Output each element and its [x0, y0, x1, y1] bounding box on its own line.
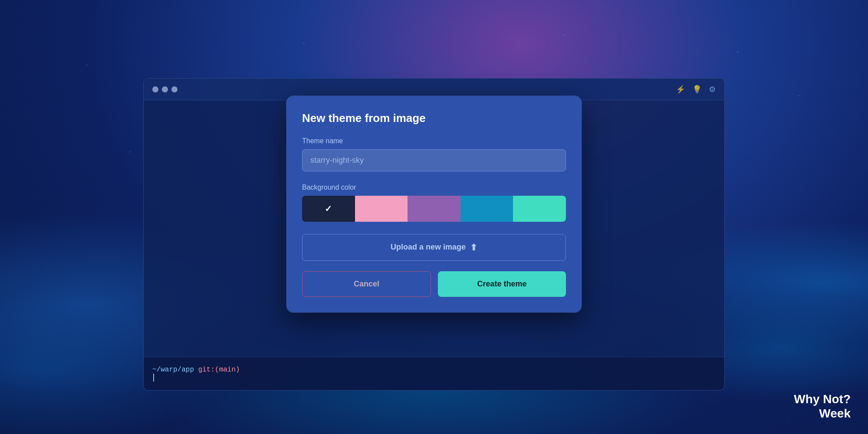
color-swatches: ✓ — [302, 196, 566, 222]
swatch-purple[interactable] — [408, 196, 460, 222]
swatch-dark-navy[interactable]: ✓ — [302, 196, 355, 222]
modal-actions: Cancel Create theme — [302, 271, 566, 297]
background-color-label: Background color — [302, 184, 566, 191]
cancel-button[interactable]: Cancel — [302, 271, 431, 297]
modal-overlay: New theme from image Theme name Backgrou… — [0, 0, 868, 434]
watermark-line1: Why Not? — [794, 392, 851, 407]
swatch-teal[interactable] — [513, 196, 566, 222]
selected-checkmark: ✓ — [325, 204, 332, 214]
theme-name-input[interactable] — [302, 149, 566, 171]
watermark: Why Not? Week — [794, 392, 851, 421]
new-theme-modal: New theme from image Theme name Backgrou… — [286, 96, 582, 312]
upload-image-button[interactable]: Upload a new image ⬆ — [302, 234, 566, 261]
upload-button-label: Upload a new image — [391, 243, 466, 252]
create-theme-button[interactable]: Create theme — [438, 271, 566, 297]
watermark-line2: Week — [794, 406, 851, 421]
modal-title: New theme from image — [302, 112, 566, 125]
upload-icon: ⬆ — [470, 242, 477, 253]
theme-name-label: Theme name — [302, 137, 566, 145]
swatch-pink[interactable] — [355, 196, 408, 222]
swatch-blue[interactable] — [460, 196, 513, 222]
